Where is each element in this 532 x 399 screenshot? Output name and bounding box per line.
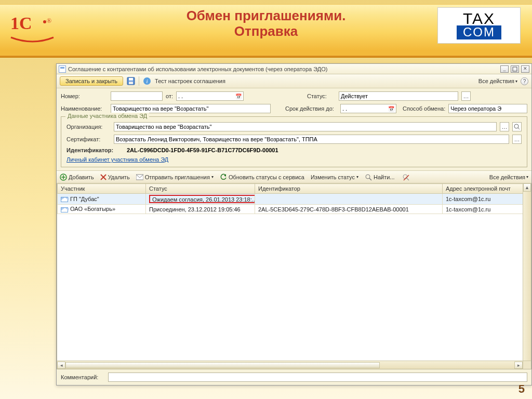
calendar-icon[interactable]: 📅	[235, 94, 242, 99]
maximize-button[interactable]	[511, 65, 519, 73]
org-picker-button[interactable]: …	[500, 122, 509, 131]
svg-point-18	[366, 175, 370, 179]
col-ident[interactable]: Идентификатор	[255, 184, 443, 194]
ident-value: 2AL-C996DCD0-1FD0-4F59-91FC-B71C77DC6F9D…	[127, 147, 278, 153]
slide-header: 1C® Обмен приглашениями. Отправка TAXCOM	[0, 0, 532, 57]
taxcom-logo: TAXCOM	[437, 7, 521, 44]
chevron-down-icon: ▾	[211, 175, 214, 179]
groupbox-legend: Данные участника обмена ЭД	[65, 113, 149, 119]
comment-label: Комментарий:	[61, 374, 105, 380]
minimize-button[interactable]: _	[500, 65, 509, 73]
name-input[interactable]: Товарищество на вере "Возрастать"	[111, 104, 271, 113]
cert-picker-button[interactable]: …	[512, 135, 522, 144]
participant-groupbox: Данные участника обмена ЭД Организация: …	[61, 116, 527, 167]
all-actions-menu[interactable]: Все действия	[478, 78, 514, 84]
from-date-input[interactable]: . . 📅	[176, 91, 244, 101]
app-window: Соглашение с контрагентами об использова…	[56, 63, 532, 385]
svg-rect-6	[129, 82, 133, 84]
svg-line-19	[369, 178, 371, 180]
svg-rect-5	[129, 78, 133, 81]
change-status-button[interactable]: Изменить статус▾	[311, 174, 358, 180]
clear-search-icon[interactable]	[401, 172, 410, 182]
method-label: Способ обмена:	[403, 105, 445, 112]
window-titlebar: Соглашение с контрагентами об использова…	[57, 64, 531, 74]
help-button[interactable]: ?	[521, 77, 528, 85]
footer-row: Комментарий:	[57, 369, 531, 385]
term-label: Срок действия до:	[285, 105, 337, 112]
test-settings-link[interactable]: Тест настроек соглашения	[155, 78, 225, 84]
document-icon	[59, 65, 66, 73]
cert-input[interactable]: Возрастать Леонид Викторович, Товарищест…	[114, 135, 509, 144]
svg-point-20	[403, 175, 407, 179]
from-label: от:	[166, 93, 173, 99]
status-highlight: Ожидаем согласия, 26.01.2013 23:18:...	[149, 195, 255, 203]
ident-label: Идентификатор:	[66, 147, 124, 153]
scroll-corner	[523, 361, 531, 369]
status-label: Статус:	[307, 93, 336, 99]
number-input[interactable]	[111, 91, 163, 101]
term-date-input[interactable]: . . 📅	[340, 104, 396, 113]
vertical-scrollbar[interactable]: ▲	[523, 183, 531, 361]
number-label: Номер:	[61, 93, 108, 99]
col-status[interactable]: Статус	[146, 184, 255, 194]
org-search-button[interactable]	[512, 122, 522, 131]
chevron-down-icon: ▾	[515, 79, 517, 84]
delete-button[interactable]: Удалить	[100, 174, 130, 180]
name-label: Наименование:	[61, 105, 108, 112]
comment-input[interactable]	[108, 373, 527, 382]
svg-line-10	[518, 128, 520, 129]
status-picker-button[interactable]: …	[461, 91, 471, 101]
svg-rect-3	[513, 67, 517, 71]
find-button[interactable]: Найти...	[365, 174, 395, 181]
command-bar: Записать и закрыть i Тест настроек согла…	[57, 74, 531, 88]
horizontal-scrollbar[interactable]: ◂▸	[57, 361, 523, 369]
calendar-icon-2[interactable]: 📅	[388, 106, 394, 112]
envelope-icon	[61, 197, 68, 202]
close-button[interactable]: ✕	[521, 65, 529, 73]
svg-point-9	[514, 124, 518, 128]
envelope-icon	[61, 207, 68, 212]
refresh-statuses-button[interactable]: Обновить статусы с сервиса	[220, 174, 304, 181]
form-body: Номер: от: . . 📅 Статус: Действует … Наи…	[57, 88, 531, 169]
table-row[interactable]: ГП "Дубас"Ожидаем согласия, 26.01.2013 2…	[58, 194, 531, 205]
save-icon[interactable]	[126, 76, 136, 86]
cert-label: Сертификат:	[66, 136, 111, 142]
page-number: 5	[518, 382, 525, 396]
chevron-down-icon: ▾	[356, 175, 358, 179]
org-input[interactable]: Товарищество на вере "Возрастать"	[114, 122, 497, 131]
chevron-down-icon: ▾	[526, 175, 528, 179]
status-input[interactable]: Действует	[339, 91, 458, 101]
send-invitations-button[interactable]: Отправить приглашения▾	[136, 174, 214, 180]
add-button[interactable]: Добавить	[60, 174, 94, 181]
svg-text:i: i	[147, 78, 148, 84]
personal-cabinet-link[interactable]: Личный кабинет участника обмена ЭД	[66, 156, 168, 163]
grid-table[interactable]: Участник Статус Идентификатор Адрес элек…	[57, 183, 531, 214]
save-close-button[interactable]: Записать и закрыть	[60, 76, 123, 86]
table-row[interactable]: ОАО «Богатырь»Присоединен, 23.12.2012 19…	[58, 205, 531, 214]
org-label: Организация:	[66, 124, 111, 130]
svg-line-21	[407, 178, 409, 180]
method-input[interactable]: Через оператора Э	[448, 104, 527, 113]
window-title: Соглашение с контрагентами об использова…	[68, 66, 498, 72]
info-icon: i	[142, 76, 152, 86]
table-all-actions-menu[interactable]: Все действия	[489, 174, 525, 180]
table-toolbar: Добавить Удалить Отправить приглашения▾ …	[57, 170, 531, 183]
col-participant[interactable]: Участник	[58, 184, 146, 194]
col-email[interactable]: Адрес электронной почт▲	[443, 184, 531, 194]
table-container: Участник Статус Идентификатор Адрес элек…	[57, 183, 531, 369]
